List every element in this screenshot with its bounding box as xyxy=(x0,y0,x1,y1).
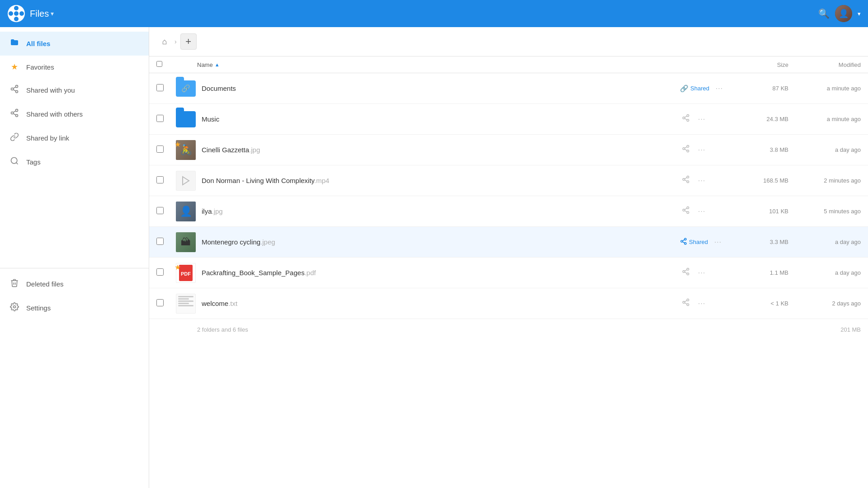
sidebar-item-shared-by-link[interactable]: Shared by link xyxy=(0,126,149,150)
table-row[interactable]: welcome.txt ··· < 1 KB 2 days ago xyxy=(149,288,868,319)
share-with-others-icon xyxy=(9,108,20,120)
file-name-label: Packrafting_Book_Sample_Pages.pdf xyxy=(202,269,316,277)
svg-point-27 xyxy=(683,271,685,273)
user-avatar[interactable]: 👤 xyxy=(835,5,852,22)
modified-documents: a minute ago xyxy=(788,85,861,92)
filename-montenegro: Montenegro cycling.jpeg xyxy=(197,238,680,246)
add-file-button[interactable]: + xyxy=(180,33,197,50)
breadcrumb: ⌂ › + xyxy=(149,27,868,56)
file-name-label: ilya.jpg xyxy=(202,207,223,215)
sidebar-item-shared-with-you[interactable]: Shared with you xyxy=(0,78,149,102)
select-all-check[interactable] xyxy=(156,61,175,68)
share-button-don-norman[interactable] xyxy=(680,174,692,188)
filename-music: Music xyxy=(197,115,680,123)
table-row[interactable]: 🔗 Documents 🔗 Shared ··· 87 KB a minute … xyxy=(149,73,868,104)
more-options-button-packrafting[interactable]: ··· xyxy=(695,267,708,279)
file-summary: 2 folders and 6 files 201 MB xyxy=(149,319,868,340)
table-row[interactable]: ★ PDF Packrafting_Book_Sample_Pages.pdf xyxy=(149,258,868,288)
sidebar-item-shared-with-others[interactable]: Shared with others xyxy=(0,102,149,126)
filename-don-norman: Don Norman - Living With Complexity.mp4 xyxy=(197,177,680,184)
svg-point-28 xyxy=(687,273,689,275)
table-row[interactable]: 👤 ilya.jpg ··· 101 KB 5 minutes ago xyxy=(149,196,868,227)
svg-point-13 xyxy=(687,150,689,152)
name-col-header[interactable]: Name ▲ xyxy=(197,61,680,68)
table-row[interactable]: Don Norman - Living With Complexity.mp4 … xyxy=(149,165,868,196)
checkbox-music[interactable] xyxy=(156,115,164,122)
video-thumbnail xyxy=(176,171,196,191)
row-checkbox-documents[interactable] xyxy=(156,84,175,93)
more-options-button-cinelli[interactable]: ··· xyxy=(695,144,708,156)
image-thumbnail: 👤 xyxy=(176,202,196,221)
modified-ilya: 5 minutes ago xyxy=(788,208,861,215)
sidebar-item-settings[interactable]: Settings xyxy=(0,296,149,320)
row-checkbox-don-norman[interactable] xyxy=(156,176,175,185)
table-row[interactable]: ★ 🚴 Cinelli Gazzetta.jpg ··· 3.8 xyxy=(149,135,868,165)
sidebar-label-shared-by-link: Shared by link xyxy=(26,134,69,142)
file-name-label: welcome.txt xyxy=(202,300,237,307)
checkbox-ilya[interactable] xyxy=(156,207,164,214)
app-name-button[interactable]: Files ▾ xyxy=(30,9,54,19)
svg-point-15 xyxy=(687,176,689,178)
image-thumbnail: 🏔 xyxy=(176,232,196,252)
svg-marker-14 xyxy=(183,177,189,185)
more-options-button-documents[interactable]: ··· xyxy=(713,83,726,94)
svg-point-8 xyxy=(687,115,689,117)
actions-don-norman: ··· xyxy=(680,174,743,188)
sort-arrow-icon: ▲ xyxy=(215,62,220,67)
checkbox-cinelli[interactable] xyxy=(156,145,164,153)
row-checkbox-montenegro[interactable] xyxy=(156,238,175,247)
file-name-label: Documents xyxy=(202,84,236,92)
folder-link-icon: 🔗 xyxy=(176,80,196,97)
table-row[interactable]: 🏔 Montenegro cycling.jpeg Shared xyxy=(149,227,868,258)
more-options-button-welcome[interactable]: ··· xyxy=(695,298,708,310)
select-all-checkbox[interactable] xyxy=(156,61,162,67)
more-options-button-don-norman[interactable]: ··· xyxy=(695,175,708,187)
share-button-welcome[interactable] xyxy=(680,296,692,310)
checkbox-packrafting[interactable] xyxy=(156,268,164,276)
modified-packrafting: a day ago xyxy=(788,269,861,276)
avatar-image: 👤 xyxy=(835,5,852,22)
search-icon[interactable]: 🔍 xyxy=(818,8,830,19)
sidebar-item-all-files[interactable]: All files xyxy=(0,32,149,56)
txt-line xyxy=(178,296,193,297)
svg-point-0 xyxy=(16,85,18,88)
actions-ilya: ··· xyxy=(680,204,743,218)
more-options-button-music[interactable]: ··· xyxy=(695,113,708,125)
checkbox-montenegro[interactable] xyxy=(156,238,164,245)
shared-badge-montenegro[interactable]: Shared xyxy=(680,238,708,246)
table-row[interactable]: Music ··· 24.3 MB a minute ago xyxy=(149,104,868,135)
row-checkbox-packrafting[interactable] xyxy=(156,268,175,277)
more-options-button-montenegro[interactable]: ··· xyxy=(712,236,724,248)
more-options-button-ilya[interactable]: ··· xyxy=(695,206,708,217)
sidebar-item-deleted-files[interactable]: Deleted files xyxy=(0,272,149,296)
checkbox-documents[interactable] xyxy=(156,84,164,91)
sidebar-item-favorites[interactable]: ★ Favorites xyxy=(0,56,149,78)
share-button-cinelli[interactable] xyxy=(680,143,692,157)
shared-link-badge[interactable]: 🔗 Shared xyxy=(680,84,709,93)
size-col-header[interactable]: Size xyxy=(743,61,788,68)
share-button-ilya[interactable] xyxy=(680,204,692,218)
app-header: Files ▾ 🔍 👤 ▾ xyxy=(0,0,868,27)
app-name-label: Files xyxy=(30,9,49,19)
svg-point-9 xyxy=(683,117,685,119)
sidebar-item-tags[interactable]: Tags xyxy=(0,150,149,174)
filename-documents: Documents xyxy=(197,84,680,92)
row-checkbox-music[interactable] xyxy=(156,115,175,124)
row-checkbox-ilya[interactable] xyxy=(156,207,175,216)
folder-icon xyxy=(176,111,196,127)
svg-point-5 xyxy=(16,114,18,117)
row-checkbox-welcome[interactable] xyxy=(156,299,175,308)
row-checkbox-cinelli[interactable] xyxy=(156,145,175,155)
checkbox-welcome[interactable] xyxy=(156,299,164,306)
thumb-welcome xyxy=(175,294,197,314)
checkbox-don-norman[interactable] xyxy=(156,176,164,183)
thumb-ilya: 👤 xyxy=(175,202,197,221)
share-button-packrafting[interactable] xyxy=(680,266,692,280)
sidebar-label-shared-with-you: Shared with you xyxy=(26,86,75,94)
home-breadcrumb-button[interactable]: ⌂ xyxy=(156,33,173,50)
actions-cinelli: ··· xyxy=(680,143,743,157)
share-button-music[interactable] xyxy=(680,112,692,126)
modified-col-header[interactable]: Modified xyxy=(788,61,861,68)
user-menu-chevron-icon[interactable]: ▾ xyxy=(858,10,861,17)
modified-welcome: 2 days ago xyxy=(788,300,861,307)
